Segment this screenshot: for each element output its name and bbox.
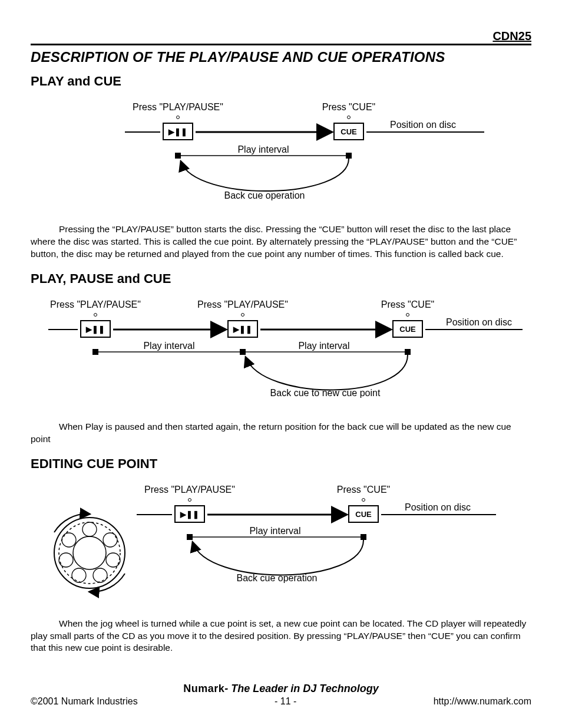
label-play-interval: Play interval <box>249 526 300 536</box>
svg-point-35 <box>73 536 106 569</box>
page: CDN25 DESCRIPTION OF THE PLAY/PAUSE AND … <box>0 0 562 728</box>
page-number: - 11 - <box>275 696 296 707</box>
model-number: CDN25 <box>31 29 531 45</box>
svg-rect-30 <box>187 534 193 540</box>
svg-point-23 <box>189 498 191 501</box>
cue-glyph: CUE <box>340 127 357 136</box>
label-position-on-disc: Position on disc <box>405 502 471 512</box>
label-press-playpause-1: Press "PLAY/PAUSE" <box>50 299 141 309</box>
label-back-cue-new: Back cue to new cue point <box>270 388 381 398</box>
para-editing-cue: When the jog wheel is turned while a cue… <box>31 618 531 655</box>
tagline: - The Leader in DJ Technology <box>224 683 378 694</box>
footer-url: http://www.numark.com <box>434 696 531 707</box>
svg-point-37 <box>103 533 117 547</box>
svg-rect-6 <box>346 153 352 159</box>
para-play-pause-cue: When Play is paused and then started aga… <box>31 421 531 446</box>
label-back-cue: Back cue operation <box>224 190 305 200</box>
label-press-cue: Press "CUE" <box>337 485 390 495</box>
section-heading-editing-cue: EDITING CUE POINT <box>31 456 531 472</box>
svg-point-0 <box>177 116 180 119</box>
svg-point-36 <box>82 522 97 536</box>
svg-point-40 <box>72 568 86 582</box>
svg-rect-18 <box>92 349 98 355</box>
diagram-editing-cue: Press "PLAY/PAUSE" Press "CUE" Position … <box>31 482 531 606</box>
para-play-cue: Pressing the “PLAY/PAUSE” button starts … <box>31 223 531 261</box>
label-play-interval-2: Play interval <box>298 341 349 351</box>
label-play-interval-1: Play interval <box>143 341 194 351</box>
svg-point-42 <box>62 533 76 547</box>
section-heading-play-pause-cue: PLAY, PAUSE and CUE <box>31 271 531 286</box>
svg-text:▶❚❚: ▶❚❚ <box>180 510 199 519</box>
svg-rect-20 <box>405 349 411 355</box>
svg-text:CUE: CUE <box>399 325 416 334</box>
label-back-cue: Back cue operation <box>237 573 318 583</box>
label-position-on-disc: Position on disc <box>390 120 456 130</box>
svg-point-9 <box>242 313 244 316</box>
svg-point-24 <box>362 498 365 501</box>
svg-point-39 <box>93 568 107 582</box>
svg-rect-19 <box>240 349 246 355</box>
footer: Numark- The Leader in DJ Technology ©200… <box>31 683 531 707</box>
jog-wheel-icon <box>54 513 125 591</box>
page-title: DESCRIPTION OF THE PLAY/PAUSE AND CUE OP… <box>31 49 531 65</box>
svg-point-1 <box>348 116 351 119</box>
section-heading-play-cue: PLAY and CUE <box>31 74 531 89</box>
svg-rect-5 <box>175 153 181 159</box>
diagram-play-cue: Press "PLAY/PAUSE" Press "CUE" Position … <box>101 100 525 212</box>
label-position-on-disc: Position on disc <box>446 317 512 327</box>
label-press-cue: Press "CUE" <box>381 299 434 309</box>
svg-text:CUE: CUE <box>355 510 372 519</box>
label-press-cue: Press "CUE" <box>322 102 375 112</box>
label-press-playpause: Press "PLAY/PAUSE" <box>144 485 235 495</box>
copyright: ©2001 Numark Industries <box>31 696 138 707</box>
brand-logo: Numark <box>183 683 224 694</box>
svg-rect-31 <box>361 534 366 540</box>
label-press-playpause: Press "PLAY/PAUSE" <box>133 102 223 112</box>
svg-text:▶❚❚: ▶❚❚ <box>85 325 105 334</box>
svg-point-10 <box>406 313 409 316</box>
label-play-interval: Play interval <box>237 144 289 154</box>
diagram-play-pause-cue: Press "PLAY/PAUSE" Press "PLAY/PAUSE" Pr… <box>31 297 531 409</box>
svg-point-38 <box>106 553 120 567</box>
svg-text:▶❚❚: ▶❚❚ <box>233 325 252 334</box>
play-pause-glyph: ▶❚❚ <box>168 127 187 137</box>
svg-point-41 <box>59 553 73 567</box>
svg-point-8 <box>94 313 97 316</box>
label-press-playpause-2: Press "PLAY/PAUSE" <box>197 299 288 309</box>
